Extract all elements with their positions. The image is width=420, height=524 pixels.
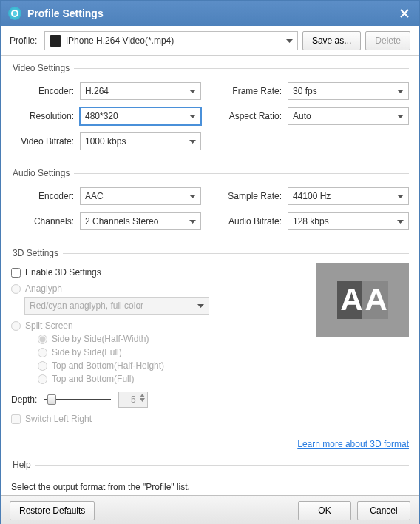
video-encoder-dropdown[interactable]: H.264	[80, 82, 201, 100]
video-bitrate-dropdown[interactable]: 1000 kbps	[80, 132, 201, 150]
footer-bar: Restore Defaults OK Cancel	[1, 495, 419, 524]
tab-half-input	[38, 361, 47, 371]
chevron-down-icon	[397, 216, 404, 226]
split-label: Split Screen	[25, 320, 73, 331]
sbs-full-radio: Side by Side(Full)	[38, 347, 409, 357]
audio-encoder-label: Encoder:	[11, 191, 74, 201]
channels-label: Channels:	[11, 216, 74, 226]
chevron-down-icon	[286, 36, 293, 46]
audio-bitrate-label: Audio Bitrate:	[219, 216, 282, 226]
switch-lr-checkbox: Switch Left Right	[11, 414, 409, 424]
chevron-down-icon	[197, 300, 204, 311]
chevron-down-icon	[397, 86, 404, 96]
framerate-label: Frame Rate:	[219, 86, 282, 96]
app-icon	[8, 7, 21, 20]
switch-lr-input	[11, 414, 21, 424]
split-radio-input	[11, 321, 21, 331]
aspect-value: Auto	[293, 111, 311, 121]
audio-legend: Audio Settings	[11, 168, 74, 178]
anaglyph-mode-value: Red/cyan anaglyph, full color	[30, 300, 143, 311]
channels-value: 2 Channels Stereo	[85, 216, 158, 226]
close-button[interactable]	[397, 6, 412, 21]
audio-encoder-value: AAC	[85, 191, 104, 201]
restore-defaults-button[interactable]: Restore Defaults	[10, 501, 95, 520]
video-encoder-value: H.264	[85, 86, 109, 96]
chevron-down-icon	[189, 86, 196, 96]
tab-full-input	[38, 374, 47, 384]
sbs-half-label: Side by Side(Half-Width)	[52, 334, 149, 344]
3d-preview-thumbnail: AA	[316, 263, 409, 337]
audio-bitrate-value: 128 kbps	[293, 216, 329, 226]
chevron-down-icon	[189, 191, 196, 201]
delete-button: Delete	[365, 31, 410, 50]
resolution-value: 480*320	[85, 111, 118, 121]
profile-bar: Profile: iPhone H.264 Video(*.mp4) Save …	[1, 26, 419, 56]
tab-half-label: Top and Bottom(Half-Height)	[52, 360, 164, 371]
help-group: Help Select the output format from the "…	[11, 460, 409, 492]
enable-3d-label: Enable 3D Settings	[25, 267, 101, 278]
video-bitrate-label: Video Bitrate:	[11, 136, 74, 147]
resolution-dropdown[interactable]: 480*320	[80, 107, 201, 125]
chevron-down-icon	[189, 136, 196, 147]
depth-spinner: 5	[118, 392, 148, 408]
audio-settings-group: Audio Settings Encoder: AAC Sample Rate:…	[11, 168, 409, 238]
tab-full-radio: Top and Bottom(Full)	[38, 374, 409, 384]
preview-letter-a-light: A	[362, 281, 388, 319]
profile-dropdown[interactable]: iPhone H.264 Video(*.mp4)	[44, 31, 298, 50]
profile-label: Profile:	[10, 36, 37, 46]
chevron-down-icon	[189, 216, 196, 226]
anaglyph-radio-input	[11, 284, 21, 294]
enable-3d-input[interactable]	[11, 268, 21, 278]
depth-row: Depth: 5	[11, 392, 409, 408]
save-as-button[interactable]: Save as...	[302, 31, 361, 50]
tab-half-radio: Top and Bottom(Half-Height)	[38, 360, 409, 371]
aspect-label: Aspect Ratio:	[219, 111, 282, 121]
video-bitrate-value: 1000 kbps	[85, 136, 126, 147]
learn-more-3d-link[interactable]: Learn more about 3D format	[297, 439, 409, 449]
aspect-dropdown[interactable]: Auto	[288, 107, 409, 125]
samplerate-dropdown[interactable]: 44100 Hz	[288, 187, 409, 205]
framerate-dropdown[interactable]: 30 fps	[288, 82, 409, 100]
help-legend: Help	[11, 460, 35, 470]
close-icon	[399, 8, 410, 19]
content-area: Video Settings Encoder: H.264 Frame Rate…	[1, 56, 419, 495]
help-text: Select the output format from the "Profi…	[11, 482, 409, 492]
sbs-full-label: Side by Side(Full)	[52, 347, 122, 357]
audio-bitrate-dropdown[interactable]: 128 kbps	[288, 212, 409, 230]
samplerate-label: Sample Rate:	[219, 191, 282, 201]
chevron-down-icon	[189, 111, 196, 121]
3d-settings-group: 3D Settings AA Enable 3D Settings Anagly…	[11, 248, 409, 449]
titlebar: Profile Settings	[1, 1, 419, 26]
channels-dropdown[interactable]: 2 Channels Stereo	[80, 212, 201, 230]
depth-value: 5	[131, 394, 136, 405]
video-legend: Video Settings	[11, 63, 74, 73]
chevron-down-icon	[397, 191, 404, 201]
video-settings-group: Video Settings Encoder: H.264 Frame Rate…	[11, 63, 409, 158]
preview-letter-a-dark: A	[337, 281, 363, 319]
audio-encoder-dropdown[interactable]: AAC	[80, 187, 201, 205]
tab-full-label: Top and Bottom(Full)	[52, 374, 134, 384]
ok-button[interactable]: OK	[298, 501, 351, 520]
chevron-down-icon	[397, 111, 404, 121]
cancel-button[interactable]: Cancel	[357, 501, 410, 520]
resolution-label: Resolution:	[11, 111, 74, 121]
samplerate-value: 44100 Hz	[293, 191, 331, 201]
switch-lr-label: Switch Left Right	[25, 414, 92, 424]
profile-settings-window: Profile Settings Profile: iPhone H.264 V…	[0, 0, 420, 524]
sbs-full-input	[38, 348, 47, 357]
video-encoder-label: Encoder:	[11, 86, 74, 96]
depth-slider[interactable]	[44, 394, 111, 406]
anaglyph-mode-dropdown: Red/cyan anaglyph, full color	[24, 297, 209, 315]
3d-legend: 3D Settings	[11, 248, 63, 258]
spinner-arrows-icon	[140, 394, 145, 402]
window-title: Profile Settings	[27, 7, 104, 19]
sbs-half-input	[38, 335, 47, 344]
framerate-value: 30 fps	[293, 86, 317, 96]
depth-label: Depth:	[11, 394, 37, 405]
device-icon	[50, 35, 61, 47]
anaglyph-label: Anaglyph	[25, 283, 62, 294]
profile-value: iPhone H.264 Video(*.mp4)	[66, 36, 174, 46]
